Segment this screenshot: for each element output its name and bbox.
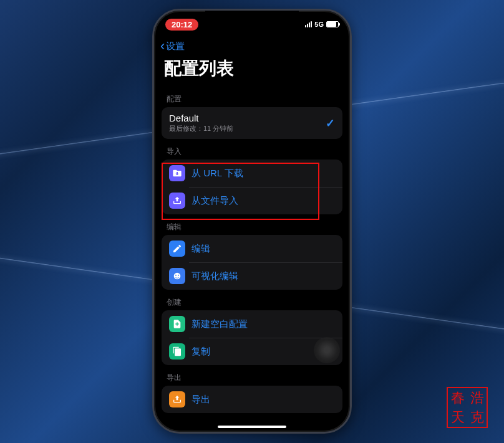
section-header-create: 创建 — [154, 290, 350, 310]
import-file-label: 从文件导入 — [191, 195, 238, 207]
watermark-stamp: 春 浩 天 克 — [447, 387, 488, 428]
export-label: 导出 — [191, 394, 210, 406]
config-group: Default 最后修改：11 分钟前 ✓ — [162, 107, 342, 139]
config-subtitle: 最后修改：11 分钟前 — [169, 124, 233, 133]
signal-icon — [305, 21, 312, 27]
svg-point-1 — [175, 275, 177, 276]
config-title: Default — [169, 113, 233, 123]
stamp-char: 克 — [467, 411, 487, 424]
import-file-row[interactable]: 从文件导入 — [162, 187, 342, 214]
status-time: 20:12 — [165, 19, 198, 31]
config-item-default[interactable]: Default 最后修改：11 分钟前 ✓ — [162, 107, 342, 139]
section-header-config: 配置 — [154, 87, 350, 107]
notch — [205, 11, 299, 26]
edit-group: 编辑 可视化编辑 — [162, 235, 342, 290]
stamp-char: 春 — [448, 391, 467, 405]
chevron-left-icon: ‹ — [160, 39, 165, 53]
screen: ‹ 设置 配置列表 配置 Default 最后修改：11 分钟前 ✓ 导入 从 … — [154, 11, 350, 432]
section-header-import: 导入 — [154, 139, 350, 160]
copy-icon — [169, 343, 185, 360]
import-file-icon — [169, 193, 185, 209]
back-button[interactable]: ‹ 设置 — [154, 37, 350, 54]
new-blank-icon — [169, 316, 185, 332]
export-group: 导出 — [162, 386, 342, 413]
copy-label: 复制 — [191, 346, 210, 358]
phone-frame: 20:12 5G ‹ 设置 配置列表 配置 Default 最后修改：11 分钟… — [152, 9, 352, 434]
back-label: 设置 — [166, 40, 185, 52]
svg-point-2 — [178, 275, 179, 276]
edit-icon — [169, 241, 185, 257]
visual-edit-row[interactable]: 可视化编辑 — [162, 262, 342, 290]
battery-icon — [326, 21, 339, 27]
stamp-char: 浩 — [467, 391, 487, 405]
page-title: 配置列表 — [154, 54, 350, 87]
stamp-char: 天 — [448, 411, 467, 424]
assistive-touch-button[interactable] — [314, 337, 340, 363]
check-icon: ✓ — [326, 117, 335, 130]
import-group: 从 URL 下载 从文件导入 — [162, 160, 342, 214]
import-url-label: 从 URL 下载 — [191, 168, 243, 179]
network-label: 5G — [314, 21, 324, 28]
export-row[interactable]: 导出 — [162, 386, 342, 413]
section-header-edit: 编辑 — [154, 214, 350, 235]
edit-label: 编辑 — [191, 243, 210, 255]
home-indicator[interactable] — [218, 426, 286, 428]
visual-edit-icon — [169, 268, 185, 284]
edit-row[interactable]: 编辑 — [162, 235, 342, 262]
new-blank-label: 新建空白配置 — [191, 318, 248, 330]
download-url-icon — [169, 165, 185, 181]
import-url-row[interactable]: 从 URL 下载 — [162, 160, 342, 187]
export-icon — [169, 391, 185, 407]
section-header-export: 导出 — [154, 365, 350, 386]
new-blank-row[interactable]: 新建空白配置 — [162, 310, 342, 338]
visual-edit-label: 可视化编辑 — [191, 270, 238, 282]
